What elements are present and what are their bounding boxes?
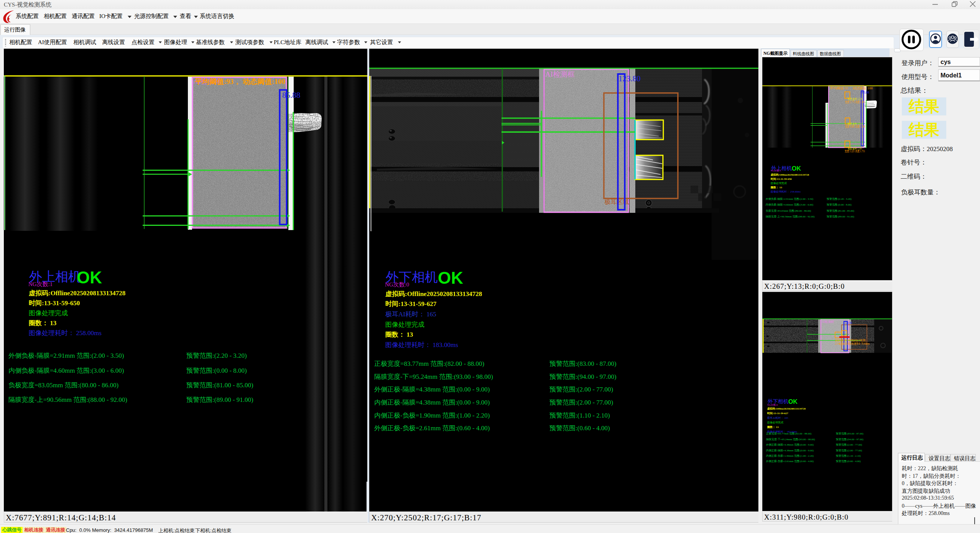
model-input[interactable]: Model1	[938, 69, 980, 81]
tool-image-process[interactable]: 图像处理	[164, 39, 187, 46]
menu-item-io-card-config[interactable]: IO卡配置	[99, 13, 123, 20]
tab-error-log[interactable]: 错误日志	[950, 454, 976, 462]
svg-text:外侧正极-隔膜=4.38mm 范围:(0.00 - 9.00: 外侧正极-隔膜=4.38mm 范围:(0.00 - 9.00)	[766, 443, 814, 446]
toolbar: 相机配置 AI使用配置 相机调试 离线设置 点检设置 图像处理 基准线参数 测试…	[0, 35, 980, 48]
svg-text:NG次数:0: NG次数:0	[767, 403, 778, 406]
chevron-down-icon	[128, 16, 132, 18]
svg-text:图像处理完成: 图像处理完成	[771, 182, 787, 185]
tool-camera-config[interactable]: 相机配置	[9, 39, 32, 46]
tool-testitem-params[interactable]: 测试项参数	[235, 39, 264, 46]
restore-icon[interactable]	[952, 2, 957, 7]
group-button[interactable]	[946, 31, 959, 48]
tab-setting-log[interactable]: 设置日志	[925, 454, 950, 462]
camera-link-chip: 相机连接	[23, 527, 44, 533]
svg-text:预警范围:(83.00 - 87.00): 预警范围:(83.00 - 87.00)	[549, 360, 617, 367]
left-coord-bar: X:7677;Y:891;R:14;G:14;B:14	[4, 512, 367, 523]
svg-text:NG次数:1: NG次数:1	[771, 169, 781, 172]
svg-text:2.5-电池极耳间距检测异常:78.46mm: 2.5-电池极耳间距检测异常:78.46mm	[835, 342, 870, 345]
tab-strip: 运行图像	[0, 24, 980, 35]
tab-label: 运行图像	[4, 26, 26, 33]
up-camera-status: 上相机:点检结束	[158, 527, 195, 533]
tool-offline-setting[interactable]: 离线设置	[102, 39, 125, 46]
tool-other-settings[interactable]: 其它设置	[370, 39, 393, 46]
svg-text:预警范围:(2.00 - 77.00): 预警范围:(2.00 - 77.00)	[549, 386, 613, 393]
svg-text:正极宽度=83.77mm 范围:(82.00 - 88.00: 正极宽度=83.77mm 范围:(82.00 - 88.00)	[374, 360, 484, 367]
svg-text:内侧正极-负极=1.90mm 范围:(1.00 - 2.20: 内侧正极-负极=1.90mm 范围:(1.00 - 2.20)	[374, 412, 490, 419]
exit-icon	[964, 30, 979, 49]
negative-tab-count-label: 负极耳数量：	[901, 188, 940, 197]
tool-plc-address[interactable]: PLC地址库	[274, 39, 302, 46]
user-icon	[930, 31, 941, 47]
svg-text:时间:13-31-59-650: 时间:13-31-59-650	[771, 178, 792, 181]
svg-text:AI检测框: AI检测框	[822, 320, 834, 324]
elapsed-line: 图像处理耗时： 258.00ms	[29, 329, 102, 337]
right-coord-text: X:270;Y:2502;R:17;G:17;B:17	[371, 513, 482, 523]
tab-ng-screenshot[interactable]: NG截图显示	[761, 49, 790, 57]
window-controls	[928, 0, 980, 9]
threshold-label: 平均阈值:93， 动态阈值:100	[195, 77, 285, 86]
svg-text:预警范围:(0.60 - 4.00): 预警范围:(0.60 - 4.00)	[549, 424, 610, 432]
thumb2-coord-bar: X:311;Y:980;R:0;G:0;B:0	[762, 512, 892, 521]
tab-data-curve[interactable]: 数据曲线图	[817, 50, 844, 57]
tool-camera-debug[interactable]: 相机调试	[73, 39, 96, 46]
ng-count: NG次数:0	[385, 281, 409, 288]
chevron-down-icon	[398, 41, 401, 43]
close-icon[interactable]	[970, 2, 975, 7]
menu-item-view[interactable]: 查看	[180, 13, 191, 20]
svg-text:虚拟码:Offline20250208133134728: 虚拟码:Offline20250208133134728	[767, 407, 806, 410]
tool-char-params[interactable]: 字符参数	[337, 39, 360, 46]
tab-run-image[interactable]: 运行图像	[0, 24, 30, 35]
thumb-ng-snapshot-1[interactable]: 85.88 平均阈值:93， 动态阈值:100 亮度 曲率:1.226 宽度:1…	[762, 57, 892, 280]
ai-box-label: AI检测框	[545, 70, 575, 78]
tool-ai-config[interactable]: AI使用配置	[38, 39, 67, 46]
menu-item-language-switch[interactable]: 系统语言切换	[200, 13, 234, 20]
thumb-ng-snapshot-2[interactable]: AI检测框 123.80 缺陷分类:极耳焊接缺陷(AI检测) 2.5-电池极耳间…	[762, 292, 892, 511]
svg-text:圈数： 13: 圈数： 13	[767, 426, 779, 429]
toolbar-drag-handle[interactable]	[5, 39, 6, 46]
svg-text:隔膜宽度-下=95.24mm 范围:(93.00 - 98.: 隔膜宽度-下=95.24mm 范围:(93.00 - 98.00)	[766, 438, 815, 441]
svg-text:图像处理耗时： 183.00ms: 图像处理耗时： 183.00ms	[385, 341, 458, 349]
svg-text:内侧正极-负极=1.90mm 范围:(1.00 - 2.20: 内侧正极-负极=1.90mm 范围:(1.00 - 2.20)	[766, 454, 814, 457]
svg-text:宽度:0.885 高度:2.748: 宽度:0.885 高度:2.748	[845, 125, 865, 128]
thumb1-coord-bar: X:267;Y:13;R:0;G:0;B:0	[762, 281, 892, 291]
svg-text:时间:13-31-59-627: 时间:13-31-59-627	[767, 412, 788, 415]
log-content[interactable]: 耗时：222，缺陷检测耗 时：17，缺陷分类耗时： 0，缺陷提取分区耗时： 直方…	[898, 461, 980, 533]
svg-text:预警范围:(81.00 - 85.00): 预警范围:(81.00 - 85.00)	[827, 209, 855, 212]
menu-item-light-config[interactable]: 光源控制配置	[134, 13, 169, 20]
tab-line-curve[interactable]: 料线曲线图	[791, 50, 817, 57]
tool-offline-debug[interactable]: 离线调试	[305, 39, 328, 46]
tool-spot-check[interactable]: 点检设置	[132, 39, 155, 46]
left-camera-view[interactable]: 85.88 AI检测框 平均阈值:93， 动态阈值:100 外上相机 OK NG…	[4, 49, 367, 512]
tool-baseline-params[interactable]: 基准线参数	[196, 39, 225, 46]
svg-text:宽度:1.221 高度:1.751: 宽度:1.221 高度:1.751	[845, 150, 865, 153]
svg-text:负极宽度=83.05mm 范围:(80.00 - 86.00: 负极宽度=83.05mm 范围:(80.00 - 86.00)	[8, 382, 118, 389]
thumb2-coord-text: X:311;Y:980;R:0;G:0;B:0	[764, 513, 848, 521]
menu-item-comm-config[interactable]: 通讯配置	[72, 13, 95, 20]
user-button[interactable]	[929, 31, 942, 48]
svg-text:极耳AI耗时： 165: 极耳AI耗时： 165	[767, 416, 788, 419]
svg-text:平均阈值:93， 动态阈值:100: 平均阈值:93， 动态阈值:100	[830, 86, 873, 90]
comm-link-chip: 通讯连接	[45, 527, 66, 533]
menu-item-camera-config[interactable]: 相机配置	[44, 13, 67, 20]
right-camera-view[interactable]: 极耳区域 123.80 AI检测框 外下相机 OK NG次数:0 虚拟码:Off…	[369, 49, 758, 512]
status-bar: 心跳信号 相机连接 通讯连接 Cpu: 0.0% Memory: 3424.41…	[0, 524, 980, 533]
result-box-1: 结果	[902, 97, 946, 115]
svg-text:123.80: 123.80	[844, 321, 852, 325]
svg-text:虚拟码:Offline20250208133134728: 虚拟码:Offline20250208133134728	[770, 173, 809, 176]
text-caret	[974, 517, 975, 525]
menu-item-system-config[interactable]: 系统配置	[16, 13, 39, 20]
thumb1-coord-text: X:267;Y:13;R:0;G:0;B:0	[764, 282, 845, 291]
pause-button[interactable]	[899, 29, 924, 51]
svg-text:预警范围:(2.00 - 77.00): 预警范围:(2.00 - 77.00)	[836, 443, 862, 446]
svg-text:OK: OK	[792, 165, 801, 172]
camera-result: OK	[438, 268, 463, 287]
svg-text:预警范围:(0.00 - 8.00): 预警范围:(0.00 - 8.00)	[827, 203, 852, 206]
svg-text:外侧正极-负极=2.61mm 范围:(0.60 - 4.00: 外侧正极-负极=2.61mm 范围:(0.60 - 4.00)	[374, 424, 490, 432]
exit-button[interactable]	[964, 30, 979, 49]
login-user-input[interactable]: cys	[938, 57, 980, 67]
svg-text:预警范围:(1.10 - 2.10): 预警范围:(1.10 - 2.10)	[549, 412, 610, 419]
tab-run-log[interactable]: 运行日志	[898, 453, 925, 462]
login-user-label: 登录用户：	[901, 59, 934, 67]
svg-text:图像处理完成: 图像处理完成	[385, 321, 424, 328]
vcode-label: 虚拟码：20250208	[901, 145, 953, 153]
